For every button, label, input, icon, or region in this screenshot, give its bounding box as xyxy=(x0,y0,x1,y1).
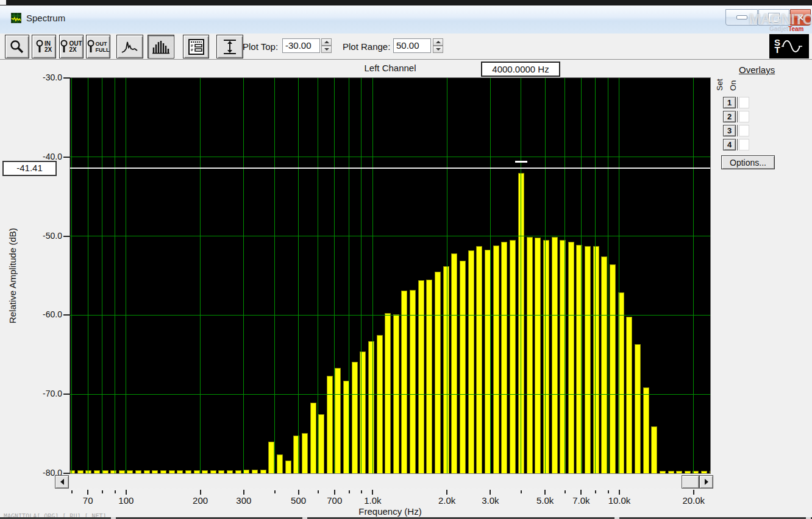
plot-top-spin-down[interactable] xyxy=(321,46,332,53)
maximize-button[interactable] xyxy=(758,9,789,26)
spectrum-bar xyxy=(435,272,441,473)
plot-range-input[interactable]: 50.00 xyxy=(393,38,431,53)
x-axis-tick-label: 3.0k xyxy=(472,495,508,506)
peak-marker-line xyxy=(70,168,710,169)
x-axis-tick xyxy=(446,490,447,495)
overlays-set-column-label: Set xyxy=(715,79,724,91)
channel-title: Left Channel xyxy=(335,63,445,73)
spectrum-bar xyxy=(210,470,216,473)
horizontal-scrollbar[interactable] xyxy=(55,475,713,489)
x-axis-tick xyxy=(693,490,694,495)
y-axis-tick-label: -30.0 xyxy=(32,72,62,82)
zoom-in-2x-button[interactable]: IN2X xyxy=(32,35,56,58)
y-axis-tick xyxy=(63,77,70,79)
spectrum-bar xyxy=(468,250,474,473)
overlay-separator xyxy=(737,97,738,108)
spectrum-bar xyxy=(302,433,308,473)
spectrum-bar xyxy=(410,290,416,473)
spectrum-bar xyxy=(85,470,91,473)
zoom-button[interactable] xyxy=(5,35,29,58)
x-axis-tick-label: 1.0k xyxy=(354,495,391,506)
bar-plot-mode-button[interactable] xyxy=(148,35,174,58)
y-axis-tick-label: -70.0 xyxy=(32,389,62,398)
spectrum-bar xyxy=(335,368,341,473)
grid-line-vertical xyxy=(361,78,361,473)
options-button[interactable]: Options... xyxy=(721,155,775,169)
minimize-button[interactable] xyxy=(725,9,758,26)
line-plot-mode-button[interactable] xyxy=(116,35,143,58)
overlay-on-checkbox-3[interactable] xyxy=(739,125,749,136)
spectrum-bar xyxy=(169,470,175,473)
spectrum-bar xyxy=(660,471,666,473)
title-bar[interactable]: Spectrum ✕ MAGNITOLA GadjetTeam xyxy=(0,5,812,34)
x-axis-minor-tick xyxy=(318,490,319,493)
x-axis-tick xyxy=(490,490,491,495)
plot-range-label: Plot Range: xyxy=(343,41,390,52)
spectrum-bar xyxy=(185,470,191,473)
grid-line-horizontal xyxy=(70,394,710,395)
display-settings-button[interactable] xyxy=(183,35,209,58)
x-axis-minor-tick xyxy=(595,490,596,493)
spectrum-window: Spectrum ✕ MAGNITOLA GadjetTeam xyxy=(0,5,812,517)
spectrum-bar xyxy=(701,471,707,473)
x-axis-tick-label: 500 xyxy=(280,495,317,506)
close-button[interactable]: ✕ xyxy=(790,9,811,26)
background-notch xyxy=(0,0,6,5)
peak-marker-cursor xyxy=(515,161,527,163)
spectrum-bar xyxy=(668,471,674,473)
x-axis-tick-label: 2.0k xyxy=(429,495,465,506)
spectrum-bar xyxy=(568,242,574,473)
plot-range-spin-down[interactable] xyxy=(433,46,443,53)
magnifier-in-icon xyxy=(36,39,44,55)
spectrum-bar xyxy=(144,470,150,473)
scroll-right-button[interactable] xyxy=(699,475,713,489)
overlay-set-button-2[interactable]: 2 xyxy=(723,111,736,122)
spectrum-bar xyxy=(102,470,109,473)
spectrum-bar xyxy=(426,280,432,473)
grid-line-vertical xyxy=(102,78,102,473)
spectrum-plot[interactable] xyxy=(70,78,710,473)
grid-line-vertical xyxy=(521,78,521,473)
spectrum-bar xyxy=(460,261,466,473)
spectrum-bar xyxy=(377,335,383,473)
spectrum-bar xyxy=(127,470,133,473)
x-axis-minor-tick xyxy=(521,490,522,493)
toolbar: IN2X OUT2X OUTFULL xyxy=(0,34,812,60)
zoom-out-2x-button[interactable]: OUT2X xyxy=(59,35,84,58)
overlay-on-checkbox-2[interactable] xyxy=(739,111,749,122)
plot-top-spin-up[interactable] xyxy=(321,38,332,46)
grid-line-vertical xyxy=(298,78,299,473)
scrollbar-thumb[interactable] xyxy=(682,475,699,489)
overlay-on-checkbox-1[interactable] xyxy=(739,97,749,108)
grid-line-vertical xyxy=(447,78,447,473)
watermark-overlay-sub: GadjetTeam xyxy=(769,26,804,32)
plot-top-label: Plot Top: xyxy=(243,41,278,52)
plot-range-spinner xyxy=(433,38,443,53)
grid-line-vertical xyxy=(545,78,546,473)
plot-range-button[interactable] xyxy=(216,35,243,58)
spectrum-bar xyxy=(685,471,691,473)
grid-line-vertical xyxy=(490,78,491,473)
grid-line-vertical xyxy=(115,78,115,473)
grid-line-vertical xyxy=(608,78,608,473)
spectrum-bar xyxy=(610,264,616,473)
zoom-out-full-button[interactable]: OUTFULL xyxy=(86,35,110,58)
spectrum-bar xyxy=(593,246,599,473)
spectrum-bar xyxy=(493,245,499,473)
y-axis-title: Relative Amplitude (dB) xyxy=(6,78,18,473)
overlay-on-checkbox-4[interactable] xyxy=(739,139,749,150)
overlay-set-button-4[interactable]: 4 xyxy=(723,139,736,150)
overlays-on-column-label: On xyxy=(728,80,738,91)
overlay-set-button-1[interactable]: 1 xyxy=(723,97,736,108)
settings-dialog-icon xyxy=(188,38,205,55)
plot-top-input[interactable]: -30.00 xyxy=(282,38,320,53)
y-axis-tick xyxy=(63,394,70,395)
grid-line-vertical xyxy=(372,78,373,473)
x-axis-minor-tick xyxy=(71,490,73,493)
scroll-left-button[interactable] xyxy=(55,475,69,489)
spectrum-bar xyxy=(243,470,249,473)
spectrum-bar xyxy=(368,341,374,473)
y-axis-tick xyxy=(63,236,70,237)
plot-range-spin-up[interactable] xyxy=(433,38,443,46)
overlay-set-button-3[interactable]: 3 xyxy=(723,125,736,136)
